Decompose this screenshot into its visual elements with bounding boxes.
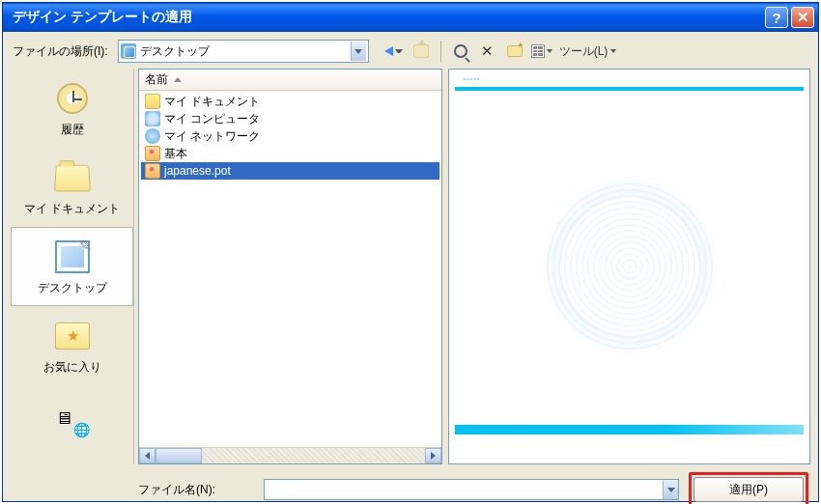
new-folder-icon xyxy=(507,45,523,57)
separator xyxy=(440,41,441,62)
close-button[interactable]: ✕ xyxy=(791,7,814,28)
history-icon xyxy=(57,83,88,114)
views-button[interactable] xyxy=(530,40,553,63)
tmpl-icon xyxy=(145,146,160,161)
chevron-down-icon xyxy=(545,49,552,53)
preview-top-bar xyxy=(455,87,804,91)
back-button[interactable] xyxy=(382,40,406,63)
preview-watermark xyxy=(543,180,717,353)
mydocs-icon xyxy=(54,164,91,191)
dialog-title: デザイン テンプレートの適用 xyxy=(7,9,762,26)
horizontal-scrollbar[interactable] xyxy=(139,447,441,463)
dropdown-arrow-icon[interactable] xyxy=(663,480,678,499)
chevron-down-icon xyxy=(395,49,403,53)
file-label: japanese.pot xyxy=(164,164,231,178)
folder-icon xyxy=(145,94,160,109)
filename-row: ファイル名(N): 適用(P) xyxy=(13,472,808,504)
lookin-label: ファイルの場所(I): xyxy=(13,43,112,60)
places-bar: 履歴マイ ドキュメントデスクトップお気に入り xyxy=(11,69,134,464)
search-icon xyxy=(454,44,467,58)
toolbar: ✕ ツール(L) xyxy=(382,40,619,63)
column-header-name[interactable]: 名前 xyxy=(139,70,441,91)
tools-menu-button[interactable]: ツール(L) xyxy=(557,43,619,60)
scroll-thumb[interactable] xyxy=(156,448,202,463)
lookin-combo[interactable]: デスクトップ xyxy=(118,40,369,63)
places-item-fav[interactable]: お気に入り xyxy=(11,306,133,385)
file-row[interactable]: japanese.pot xyxy=(141,162,439,180)
file-label: マイ ネットワーク xyxy=(164,128,260,145)
netplaces-icon xyxy=(55,408,90,437)
places-item-label: デスクトップ xyxy=(38,280,107,296)
new-folder-button[interactable] xyxy=(503,40,526,63)
scroll-right-button[interactable] xyxy=(425,448,441,463)
delete-icon: ✕ xyxy=(481,42,494,60)
scroll-left-button[interactable] xyxy=(139,448,156,463)
titlebar: デザイン テンプレートの適用 ? ✕ xyxy=(3,3,818,32)
delete-button[interactable]: ✕ xyxy=(476,40,499,63)
main-area: 履歴マイ ドキュメントデスクトップお気に入り 名前 マイ ドキュメントマイ コン… xyxy=(9,69,812,464)
views-icon xyxy=(531,44,545,58)
file-label: マイ コンピュータ xyxy=(164,111,260,127)
bottom-controls: ファイル名(N): 適用(P) ファイルの種類(T): PowerPoint フ… xyxy=(9,464,812,504)
desktop-icon xyxy=(121,43,136,59)
up-one-level-button[interactable] xyxy=(410,40,433,63)
file-area: 名前 マイ ドキュメントマイ コンピュータマイ ネットワーク基本japanese… xyxy=(138,69,810,464)
places-item-label: 履歴 xyxy=(61,122,84,138)
folder-up-icon xyxy=(413,44,429,58)
fav-icon xyxy=(55,322,90,350)
file-row[interactable]: マイ コンピュータ xyxy=(141,110,439,127)
file-row[interactable]: 基本 xyxy=(141,145,439,162)
close-icon: ✕ xyxy=(797,9,809,26)
scroll-track[interactable] xyxy=(156,448,425,463)
preview-pane: ◦◦◦◦◦ xyxy=(448,69,810,464)
places-item-mydocs[interactable]: マイ ドキュメント xyxy=(11,148,133,227)
file-row[interactable]: マイ ネットワーク xyxy=(141,127,439,145)
help-button[interactable]: ? xyxy=(765,7,788,28)
list-body[interactable]: マイ ドキュメントマイ コンピュータマイ ネットワーク基本japanese.po… xyxy=(139,91,441,447)
places-item-desktop[interactable]: デスクトップ xyxy=(11,227,133,306)
chevron-down-icon xyxy=(608,44,616,58)
file-label: マイ ドキュメント xyxy=(164,94,260,110)
dialog-window: デザイン テンプレートの適用 ? ✕ ファイルの場所(I): デスクトップ ✕ … xyxy=(2,2,819,502)
dialog-content: ファイルの場所(I): デスクトップ ✕ ツール(L) 履歴マイ ドキュメントデ… xyxy=(3,32,818,501)
file-label: 基本 xyxy=(164,146,187,162)
tmpl-icon xyxy=(145,163,160,179)
file-list: 名前 マイ ドキュメントマイ コンピュータマイ ネットワーク基本japanese… xyxy=(138,69,442,464)
back-icon xyxy=(384,46,393,56)
filename-label: ファイル名(N): xyxy=(138,482,254,498)
mycomp-icon xyxy=(145,111,160,126)
places-item-history[interactable]: 履歴 xyxy=(11,69,133,148)
places-item-label: お気に入り xyxy=(43,359,101,376)
search-button[interactable] xyxy=(449,40,472,63)
preview-bottom-bar xyxy=(455,425,804,434)
netp-icon xyxy=(145,128,160,144)
filename-input[interactable] xyxy=(265,483,663,496)
highlight-annotation: 適用(P) xyxy=(689,472,808,504)
apply-button[interactable]: 適用(P) xyxy=(694,477,804,502)
preview-header-decor: ◦◦◦◦◦ xyxy=(463,73,480,84)
places-item-netplaces[interactable] xyxy=(11,385,133,464)
dropdown-arrow-icon[interactable] xyxy=(351,42,366,61)
file-row[interactable]: マイ ドキュメント xyxy=(141,93,439,110)
sort-ascending-icon xyxy=(174,77,182,82)
desktop-icon xyxy=(55,240,90,273)
lookin-value: デスクトップ xyxy=(140,43,351,60)
lookin-row: ファイルの場所(I): デスクトップ ✕ ツール(L) xyxy=(9,38,812,69)
places-item-label: マイ ドキュメント xyxy=(24,201,120,217)
filename-combo[interactable] xyxy=(264,479,679,500)
